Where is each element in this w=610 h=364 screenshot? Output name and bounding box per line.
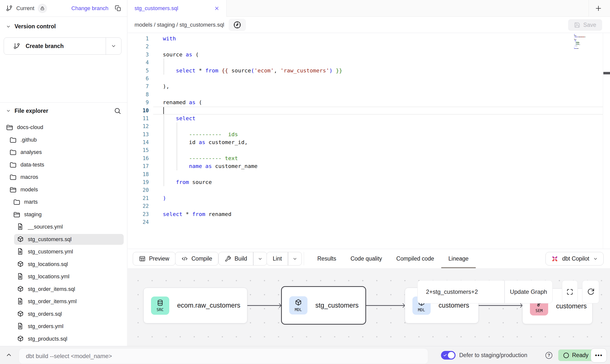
file-tree-item[interactable]: stg_orders.yml <box>0 320 127 333</box>
preview-button[interactable]: Preview <box>133 252 175 265</box>
close-icon[interactable] <box>214 6 220 11</box>
update-graph-button[interactable]: Update Graph <box>505 281 553 303</box>
command-input[interactable] <box>19 348 428 364</box>
lineage-node[interactable]: SRCecom.raw_customers <box>143 288 247 323</box>
compile-label: Compile <box>191 255 212 262</box>
code-line[interactable]: 12 <box>128 122 603 130</box>
lineage-edge <box>247 305 281 306</box>
code-line[interactable]: 14 id as customer_id, <box>128 138 603 146</box>
file-icon <box>17 248 24 255</box>
file-tree-item[interactable]: marts <box>0 196 127 208</box>
code-text <box>153 146 603 154</box>
file-tree-item[interactable]: analyses <box>0 146 127 159</box>
folder-open-icon <box>9 186 17 193</box>
code-token: select <box>163 211 182 217</box>
code-token: source <box>163 51 186 58</box>
refresh-button[interactable] <box>582 280 599 303</box>
file-tree-item[interactable]: stg_order_items.yml <box>0 295 127 308</box>
minimap-bar <box>574 34 575 35</box>
file-tree-item[interactable]: models <box>0 183 127 196</box>
version-control-header[interactable]: Version control <box>0 17 127 30</box>
tab-lineage[interactable]: Lineage <box>441 249 476 268</box>
code-line[interactable]: 9renamed as ( <box>128 99 603 106</box>
code-line[interactable]: 23select * from renamed <box>128 210 603 218</box>
code-line[interactable]: 24 <box>128 218 603 226</box>
code-line[interactable]: 7), <box>128 83 603 90</box>
create-branch-main[interactable]: Create branch <box>4 38 106 54</box>
file-tree-item[interactable]: stg_customers.yml <box>0 246 127 258</box>
save-button[interactable]: Save <box>568 19 602 31</box>
tab-compiled-code[interactable]: Compiled code <box>389 249 441 268</box>
code-line[interactable]: 19 from source <box>128 178 603 186</box>
file-tree-item[interactable]: stg_products.sql <box>0 333 127 345</box>
minimap-bar <box>574 38 575 39</box>
code-editor[interactable]: 1with23source as (45 select * from {{ so… <box>128 33 610 249</box>
breadcrumb-bar: models / staging / stg_customers.sql Sav… <box>128 17 610 33</box>
code-line[interactable]: 13 ---------- ids <box>128 131 603 138</box>
lint-menu-button[interactable] <box>288 252 302 265</box>
node-name: customers <box>556 302 587 310</box>
dbt-copilot-button[interactable]: dbt Copilot <box>545 252 604 265</box>
file-tree-item[interactable]: macros <box>0 171 127 183</box>
line-number: 2 <box>128 43 153 50</box>
file-tree-item[interactable]: stg_order_items.sql <box>0 283 127 296</box>
file-explorer-header[interactable]: File explorer <box>0 102 127 119</box>
file-name: models <box>20 186 38 193</box>
help-icon[interactable]: ? <box>545 352 552 359</box>
lineage-node[interactable]: MDLstg_customers <box>281 286 366 325</box>
chevron-up-icon[interactable] <box>5 351 12 358</box>
code-line[interactable]: 20 <box>128 186 603 194</box>
status-circle-icon <box>563 353 569 358</box>
code-line[interactable]: 3source as ( <box>128 51 603 59</box>
compile-button[interactable]: Compile <box>175 252 218 265</box>
build-menu-button[interactable] <box>254 252 267 265</box>
code-content: 1with23source as (45 select * from {{ so… <box>128 35 603 226</box>
file-tree-item[interactable]: __sources.yml <box>0 221 127 233</box>
code-line[interactable]: 5 select * from {{ source('ecom', 'raw_c… <box>128 67 603 75</box>
more-options-button[interactable]: ••• <box>591 348 607 363</box>
fullscreen-button[interactable] <box>562 280 578 303</box>
file-tree-item[interactable]: staging <box>0 208 127 221</box>
code-line[interactable]: 11 select <box>128 115 603 122</box>
code-line[interactable]: 22 <box>128 202 603 210</box>
tab-results[interactable]: Results <box>310 249 343 268</box>
code-line[interactable]: 6 <box>128 75 603 83</box>
code-token: source <box>189 179 212 185</box>
file-tree-item[interactable]: .github <box>0 134 127 146</box>
tab-stg-customers-sql[interactable]: stg_customers.sql <box>128 0 227 17</box>
code-token: from <box>176 179 189 185</box>
code-line[interactable]: 4 <box>128 59 603 66</box>
tab-code-quality[interactable]: Code quality <box>343 249 389 268</box>
minimap[interactable] <box>574 34 597 50</box>
file-tree-item[interactable]: data-tests <box>0 159 127 171</box>
code-line[interactable]: 18 <box>128 170 603 178</box>
create-branch-button[interactable]: Create branch <box>4 37 121 55</box>
file-tree-item[interactable]: stg_customers.sql <box>0 233 127 246</box>
new-tab-button[interactable] <box>593 3 604 14</box>
code-line[interactable]: 15 <box>128 146 603 154</box>
search-icon[interactable] <box>114 107 121 115</box>
navigate-button[interactable] <box>229 19 246 31</box>
build-button[interactable]: Build <box>219 252 267 265</box>
change-branch-link[interactable]: Change branch <box>71 5 108 12</box>
file-tree-item[interactable]: stg_orders.sql <box>0 308 127 320</box>
create-branch-menu-button[interactable] <box>106 38 121 54</box>
file-tree-item[interactable]: docs-cloud <box>0 121 127 134</box>
file-tree-item[interactable]: stg_locations.yml <box>0 270 127 283</box>
lineage-selector-input[interactable] <box>418 281 504 303</box>
code-line[interactable]: 8 <box>128 91 603 99</box>
code-line[interactable]: 21) <box>128 194 603 202</box>
scrollbar-marker[interactable] <box>603 72 610 74</box>
defer-toggle[interactable] <box>441 351 456 360</box>
code-line[interactable]: 17 name as customer_name <box>128 162 603 170</box>
code-line[interactable]: 16 ---------- text <box>128 154 603 162</box>
code-token: ---------- text <box>189 155 238 161</box>
code-line[interactable]: 2 <box>128 43 603 50</box>
lineage-panel[interactable]: SRCecom.raw_customersMDLstg_customersMDL… <box>128 268 610 346</box>
lint-button[interactable]: Lint <box>267 252 302 265</box>
copy-icon[interactable] <box>115 5 121 12</box>
code-line[interactable]: 1with <box>128 35 603 43</box>
file-tree-item[interactable]: stg_locations.sql <box>0 258 127 271</box>
code-line[interactable]: 10 <box>128 107 603 115</box>
line-number: 14 <box>128 138 153 146</box>
